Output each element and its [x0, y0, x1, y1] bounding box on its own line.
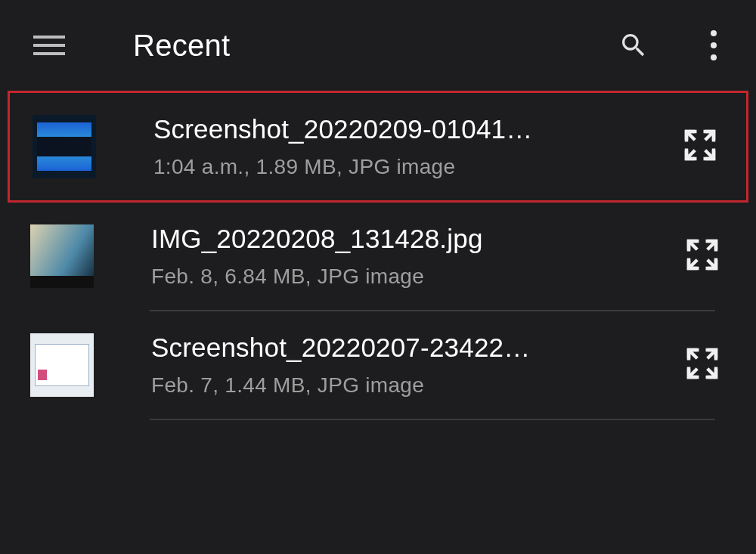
page-title: Recent — [133, 29, 231, 63]
file-details: 1:04 a.m., 1.89 MB, JPG image — [153, 155, 652, 179]
fullscreen-icon — [680, 125, 720, 166]
file-meta: IMG_20220208_131428.jpg Feb. 8, 6.84 MB,… — [151, 224, 655, 289]
file-details: Feb. 7, 1.44 MB, JPG image — [151, 373, 655, 398]
list-item[interactable]: IMG_20220208_131428.jpg Feb. 8, 6.84 MB,… — [8, 203, 748, 310]
search-icon — [618, 30, 649, 60]
hamburger-icon — [33, 36, 65, 39]
overflow-menu-button[interactable] — [705, 29, 723, 62]
file-meta: Screenshot_20220209-01041… 1:04 a.m., 1.… — [153, 114, 652, 179]
open-fullscreen-button[interactable] — [682, 343, 723, 387]
file-thumbnail — [30, 224, 94, 288]
open-fullscreen-button[interactable] — [680, 125, 720, 169]
file-meta: Screenshot_20220207-23422… Feb. 7, 1.44 … — [151, 333, 655, 398]
file-name: Screenshot_20220209-01041… — [153, 114, 652, 144]
app-header: Recent — [0, 0, 756, 91]
file-name: Screenshot_20220207-23422… — [151, 333, 655, 363]
search-button[interactable] — [617, 29, 650, 62]
fullscreen-icon — [682, 234, 723, 275]
file-thumbnail — [33, 115, 96, 178]
recent-files-list: Screenshot_20220209-01041… 1:04 a.m., 1.… — [0, 91, 756, 420]
file-details: Feb. 8, 6.84 MB, JPG image — [151, 265, 655, 289]
list-item[interactable]: Screenshot_20220209-01041… 1:04 a.m., 1.… — [8, 91, 748, 203]
more-vert-icon — [711, 30, 717, 36]
file-picker-screen: Recent Screenshot_20220209-01041… 1:04 a… — [0, 0, 756, 554]
menu-button[interactable] — [33, 29, 65, 61]
header-actions — [617, 29, 723, 62]
fullscreen-icon — [682, 343, 723, 384]
list-item[interactable]: Screenshot_20220207-23422… Feb. 7, 1.44 … — [8, 311, 748, 419]
divider — [150, 419, 715, 420]
file-name: IMG_20220208_131428.jpg — [151, 224, 655, 254]
file-thumbnail — [30, 333, 94, 397]
open-fullscreen-button[interactable] — [682, 234, 723, 278]
